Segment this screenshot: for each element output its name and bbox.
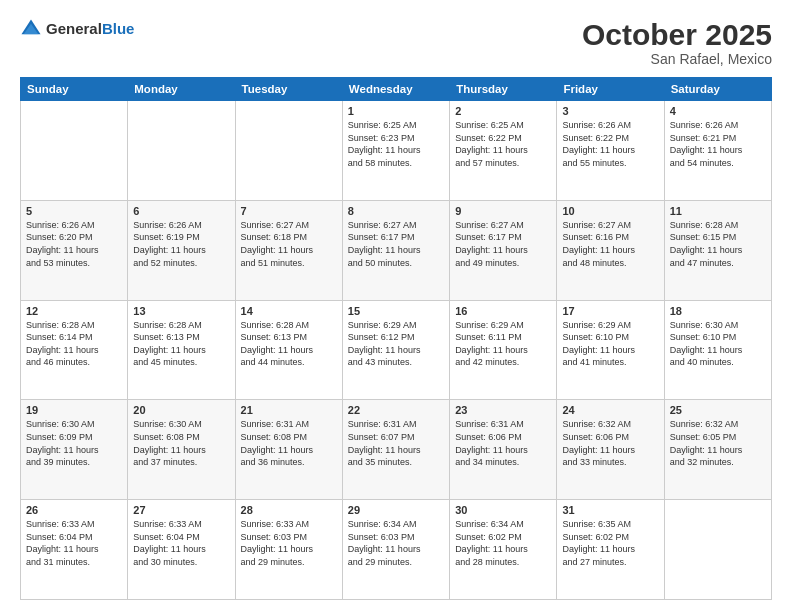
day-number: 28 [241,504,337,516]
day-number: 9 [455,205,551,217]
col-thursday: Thursday [450,78,557,101]
day-info: Sunrise: 6:32 AM Sunset: 6:05 PM Dayligh… [670,418,766,468]
day-number: 5 [26,205,122,217]
col-saturday: Saturday [664,78,771,101]
logo: GeneralBlue [20,18,134,40]
calendar-cell: 20Sunrise: 6:30 AM Sunset: 6:08 PM Dayli… [128,400,235,500]
day-number: 4 [670,105,766,117]
day-number: 27 [133,504,229,516]
col-friday: Friday [557,78,664,101]
calendar-cell: 9Sunrise: 6:27 AM Sunset: 6:17 PM Daylig… [450,200,557,300]
col-sunday: Sunday [21,78,128,101]
day-info: Sunrise: 6:28 AM Sunset: 6:15 PM Dayligh… [670,219,766,269]
day-info: Sunrise: 6:26 AM Sunset: 6:22 PM Dayligh… [562,119,658,169]
day-info: Sunrise: 6:27 AM Sunset: 6:17 PM Dayligh… [455,219,551,269]
calendar-week-row: 1Sunrise: 6:25 AM Sunset: 6:23 PM Daylig… [21,101,772,201]
month-title: October 2025 [582,18,772,51]
page: GeneralBlue October 2025 San Rafael, Mex… [0,0,792,612]
day-info: Sunrise: 6:30 AM Sunset: 6:10 PM Dayligh… [670,319,766,369]
calendar-cell: 5Sunrise: 6:26 AM Sunset: 6:20 PM Daylig… [21,200,128,300]
calendar-cell: 16Sunrise: 6:29 AM Sunset: 6:11 PM Dayli… [450,300,557,400]
day-number: 12 [26,305,122,317]
location: San Rafael, Mexico [582,51,772,67]
header-row: Sunday Monday Tuesday Wednesday Thursday… [21,78,772,101]
calendar-cell: 27Sunrise: 6:33 AM Sunset: 6:04 PM Dayli… [128,500,235,600]
day-info: Sunrise: 6:30 AM Sunset: 6:09 PM Dayligh… [26,418,122,468]
day-number: 21 [241,404,337,416]
day-info: Sunrise: 6:31 AM Sunset: 6:08 PM Dayligh… [241,418,337,468]
day-info: Sunrise: 6:34 AM Sunset: 6:02 PM Dayligh… [455,518,551,568]
calendar-cell: 10Sunrise: 6:27 AM Sunset: 6:16 PM Dayli… [557,200,664,300]
day-info: Sunrise: 6:26 AM Sunset: 6:20 PM Dayligh… [26,219,122,269]
day-info: Sunrise: 6:29 AM Sunset: 6:11 PM Dayligh… [455,319,551,369]
day-info: Sunrise: 6:28 AM Sunset: 6:13 PM Dayligh… [133,319,229,369]
calendar-cell: 31Sunrise: 6:35 AM Sunset: 6:02 PM Dayli… [557,500,664,600]
calendar-cell: 30Sunrise: 6:34 AM Sunset: 6:02 PM Dayli… [450,500,557,600]
day-number: 20 [133,404,229,416]
calendar-cell: 12Sunrise: 6:28 AM Sunset: 6:14 PM Dayli… [21,300,128,400]
day-number: 17 [562,305,658,317]
day-info: Sunrise: 6:34 AM Sunset: 6:03 PM Dayligh… [348,518,444,568]
day-number: 13 [133,305,229,317]
calendar-week-row: 26Sunrise: 6:33 AM Sunset: 6:04 PM Dayli… [21,500,772,600]
day-info: Sunrise: 6:29 AM Sunset: 6:10 PM Dayligh… [562,319,658,369]
day-number: 14 [241,305,337,317]
calendar-cell: 7Sunrise: 6:27 AM Sunset: 6:18 PM Daylig… [235,200,342,300]
calendar-cell [235,101,342,201]
day-number: 26 [26,504,122,516]
calendar-cell: 19Sunrise: 6:30 AM Sunset: 6:09 PM Dayli… [21,400,128,500]
day-info: Sunrise: 6:25 AM Sunset: 6:23 PM Dayligh… [348,119,444,169]
day-info: Sunrise: 6:33 AM Sunset: 6:04 PM Dayligh… [26,518,122,568]
day-number: 31 [562,504,658,516]
calendar-week-row: 12Sunrise: 6:28 AM Sunset: 6:14 PM Dayli… [21,300,772,400]
calendar-cell: 6Sunrise: 6:26 AM Sunset: 6:19 PM Daylig… [128,200,235,300]
day-number: 11 [670,205,766,217]
calendar-cell: 21Sunrise: 6:31 AM Sunset: 6:08 PM Dayli… [235,400,342,500]
day-number: 2 [455,105,551,117]
calendar-cell: 17Sunrise: 6:29 AM Sunset: 6:10 PM Dayli… [557,300,664,400]
calendar-week-row: 19Sunrise: 6:30 AM Sunset: 6:09 PM Dayli… [21,400,772,500]
calendar-cell: 13Sunrise: 6:28 AM Sunset: 6:13 PM Dayli… [128,300,235,400]
day-number: 25 [670,404,766,416]
calendar-cell: 26Sunrise: 6:33 AM Sunset: 6:04 PM Dayli… [21,500,128,600]
day-info: Sunrise: 6:26 AM Sunset: 6:19 PM Dayligh… [133,219,229,269]
day-info: Sunrise: 6:27 AM Sunset: 6:18 PM Dayligh… [241,219,337,269]
day-number: 23 [455,404,551,416]
day-info: Sunrise: 6:35 AM Sunset: 6:02 PM Dayligh… [562,518,658,568]
day-info: Sunrise: 6:33 AM Sunset: 6:03 PM Dayligh… [241,518,337,568]
header: GeneralBlue October 2025 San Rafael, Mex… [20,18,772,67]
day-info: Sunrise: 6:27 AM Sunset: 6:17 PM Dayligh… [348,219,444,269]
calendar-cell: 2Sunrise: 6:25 AM Sunset: 6:22 PM Daylig… [450,101,557,201]
day-info: Sunrise: 6:29 AM Sunset: 6:12 PM Dayligh… [348,319,444,369]
day-info: Sunrise: 6:31 AM Sunset: 6:07 PM Dayligh… [348,418,444,468]
calendar-week-row: 5Sunrise: 6:26 AM Sunset: 6:20 PM Daylig… [21,200,772,300]
day-number: 29 [348,504,444,516]
calendar-cell: 29Sunrise: 6:34 AM Sunset: 6:03 PM Dayli… [342,500,449,600]
day-info: Sunrise: 6:30 AM Sunset: 6:08 PM Dayligh… [133,418,229,468]
day-info: Sunrise: 6:27 AM Sunset: 6:16 PM Dayligh… [562,219,658,269]
col-tuesday: Tuesday [235,78,342,101]
col-wednesday: Wednesday [342,78,449,101]
calendar-cell: 25Sunrise: 6:32 AM Sunset: 6:05 PM Dayli… [664,400,771,500]
calendar-cell: 1Sunrise: 6:25 AM Sunset: 6:23 PM Daylig… [342,101,449,201]
day-number: 3 [562,105,658,117]
calendar-cell: 28Sunrise: 6:33 AM Sunset: 6:03 PM Dayli… [235,500,342,600]
day-info: Sunrise: 6:25 AM Sunset: 6:22 PM Dayligh… [455,119,551,169]
day-number: 19 [26,404,122,416]
day-info: Sunrise: 6:32 AM Sunset: 6:06 PM Dayligh… [562,418,658,468]
col-monday: Monday [128,78,235,101]
calendar-cell [128,101,235,201]
day-number: 7 [241,205,337,217]
calendar-cell [21,101,128,201]
calendar-cell: 18Sunrise: 6:30 AM Sunset: 6:10 PM Dayli… [664,300,771,400]
day-number: 24 [562,404,658,416]
day-number: 10 [562,205,658,217]
day-number: 18 [670,305,766,317]
day-number: 15 [348,305,444,317]
day-number: 30 [455,504,551,516]
calendar: Sunday Monday Tuesday Wednesday Thursday… [20,77,772,600]
calendar-cell: 14Sunrise: 6:28 AM Sunset: 6:13 PM Dayli… [235,300,342,400]
day-number: 22 [348,404,444,416]
title-block: October 2025 San Rafael, Mexico [582,18,772,67]
calendar-cell: 3Sunrise: 6:26 AM Sunset: 6:22 PM Daylig… [557,101,664,201]
